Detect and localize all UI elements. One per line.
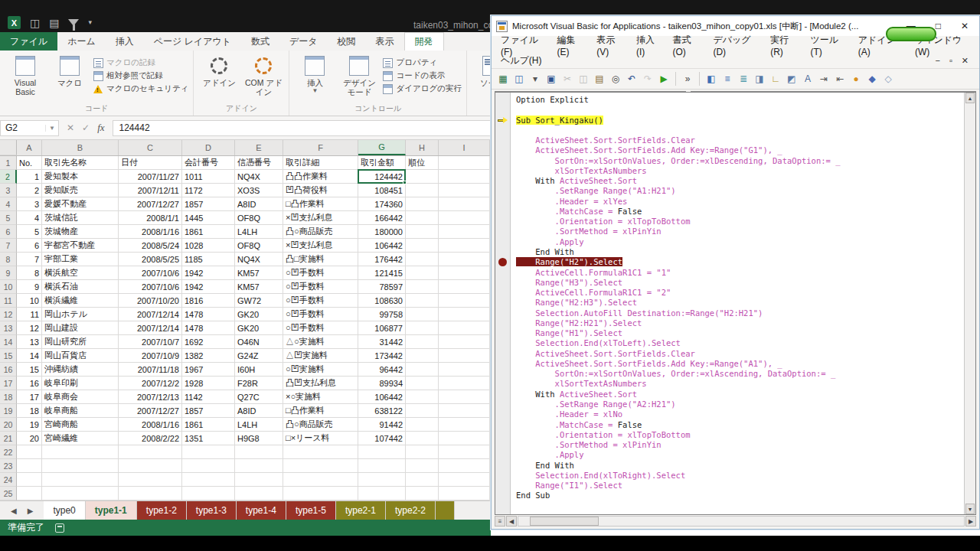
- sheet-tab-type1-1[interactable]: type1-1: [86, 501, 137, 520]
- properties-button[interactable]: プロパティ: [383, 57, 461, 68]
- code-line[interactable]: .Header = xlYes: [516, 197, 964, 207]
- code-editor[interactable]: Option Explicit Sub Sort_Kingaku() Activ…: [511, 93, 964, 514]
- mdi-restore-button[interactable]: ▫: [949, 56, 952, 66]
- cell-E12[interactable]: GK20: [235, 308, 283, 321]
- cell-D5[interactable]: 1445: [182, 211, 235, 225]
- cell-F8[interactable]: 凸□実施料: [283, 253, 358, 266]
- cell-G8[interactable]: 176442: [358, 253, 406, 266]
- ribbon-tab-データ[interactable]: データ: [279, 32, 328, 51]
- column-header-E[interactable]: E: [235, 140, 283, 155]
- cell-A12[interactable]: 11: [17, 308, 42, 321]
- cell-G15[interactable]: 173442: [358, 349, 406, 363]
- cell-C24[interactable]: [119, 473, 182, 487]
- bookmark-icon[interactable]: ◇: [881, 72, 895, 86]
- cell-I5[interactable]: [439, 211, 490, 225]
- code-line[interactable]: End With: [516, 247, 964, 257]
- run-dialog-button[interactable]: ダイアログの実行: [383, 83, 461, 94]
- fill-handle[interactable]: [403, 181, 407, 184]
- row-header-14[interactable]: 14: [0, 335, 17, 349]
- hscroll-thumb[interactable]: [530, 517, 599, 526]
- cell-B9[interactable]: 横浜航空: [42, 266, 119, 280]
- cell-H25[interactable]: [406, 487, 439, 500]
- cell-D12[interactable]: 1478: [182, 308, 235, 321]
- cell-A5[interactable]: 4: [17, 211, 42, 225]
- code-line[interactable]: Range("H3").Select: [516, 278, 964, 288]
- undo-icon[interactable]: ↶: [625, 72, 639, 86]
- cell-D16[interactable]: 1967: [182, 363, 235, 377]
- ribbon-tab-ホーム[interactable]: ホーム: [57, 32, 106, 51]
- cell-I23[interactable]: [439, 459, 490, 473]
- cell-H17[interactable]: [406, 377, 439, 390]
- sheet-tab-type0[interactable]: type0: [44, 501, 85, 520]
- margin-indicator-bar[interactable]: [495, 93, 511, 514]
- cell-F5[interactable]: ×凹支払利息: [283, 211, 358, 225]
- cell-A14[interactable]: 13: [17, 335, 42, 349]
- cell-C16[interactable]: 2007/11/18: [119, 363, 182, 377]
- cell-H20[interactable]: [406, 418, 439, 432]
- cell-E24[interactable]: [235, 473, 283, 487]
- row-header-2[interactable]: 2: [0, 170, 17, 184]
- cell-F15[interactable]: △凹実施料: [283, 349, 358, 363]
- cell-H24[interactable]: [406, 473, 439, 487]
- cell-B20[interactable]: 宮崎商船: [42, 418, 119, 432]
- cell-H19[interactable]: [406, 404, 439, 418]
- code-line[interactable]: Selection.End(xlToLeft).Select: [516, 338, 964, 348]
- cell-H10[interactable]: [406, 280, 439, 294]
- select-all-corner[interactable]: [0, 140, 17, 155]
- cell-A4[interactable]: 3: [17, 197, 42, 211]
- row-header-10[interactable]: 10: [0, 280, 17, 294]
- cell-B1[interactable]: 取引先名称: [42, 156, 119, 170]
- record-macro-button[interactable]: マクロの記録: [93, 57, 188, 68]
- run-icon[interactable]: ▶: [657, 72, 671, 86]
- sheet-tab-type2-1[interactable]: type2-1: [336, 501, 386, 520]
- cell-B18[interactable]: 岐阜商会: [42, 390, 119, 404]
- code-line[interactable]: ActiveCell.FormulaR1C1 = "1": [516, 268, 964, 278]
- row-header-1[interactable]: 1: [0, 156, 17, 170]
- cell-G12[interactable]: 99758: [358, 308, 406, 321]
- cell-I24[interactable]: [439, 473, 490, 487]
- cell-G22[interactable]: [358, 445, 406, 459]
- cell-G17[interactable]: 89934: [358, 377, 406, 390]
- cell-C11[interactable]: 2007/10/20: [119, 294, 182, 308]
- cell-B7[interactable]: 宇都宮不動産: [42, 239, 119, 253]
- cell-G19[interactable]: 638122: [358, 404, 406, 418]
- cell-E16[interactable]: I60H: [235, 363, 283, 377]
- cell-C2[interactable]: 2007/11/27: [119, 170, 182, 184]
- cell-D25[interactable]: [182, 487, 235, 500]
- cell-B21[interactable]: 宮崎繊維: [42, 432, 119, 445]
- cell-B11[interactable]: 横浜繊維: [42, 294, 119, 308]
- cell-A2[interactable]: 1: [17, 170, 42, 184]
- cell-F20[interactable]: 凸○商品販売: [283, 418, 358, 432]
- cell-E21[interactable]: H9G8: [235, 432, 283, 445]
- cell-B17[interactable]: 岐阜印刷: [42, 377, 119, 390]
- cell-H8[interactable]: [406, 253, 439, 266]
- cell-A25[interactable]: [17, 487, 42, 500]
- cell-I7[interactable]: [439, 239, 490, 253]
- row-header-5[interactable]: 5: [0, 211, 17, 225]
- code-line[interactable]: Range("I1").Select: [516, 481, 964, 491]
- code-line[interactable]: Selection.AutoFill Destination:=Range("H…: [516, 308, 964, 318]
- cell-I10[interactable]: [439, 280, 490, 294]
- row-header-13[interactable]: 13: [0, 321, 17, 335]
- selected-cell-G2[interactable]: [358, 169, 406, 184]
- macro-record-icon[interactable]: [55, 523, 64, 533]
- cell-H16[interactable]: [406, 363, 439, 377]
- column-header-H[interactable]: H: [406, 140, 439, 155]
- cell-C25[interactable]: [119, 487, 182, 500]
- cell-A13[interactable]: 12: [17, 321, 42, 335]
- code-line[interactable]: Range("H2").Select: [516, 257, 964, 267]
- cell-B12[interactable]: 岡山ホテル: [42, 308, 119, 321]
- cell-H7[interactable]: [406, 239, 439, 253]
- code-line[interactable]: Range("H2:H21").Select: [516, 318, 964, 328]
- row-header-3[interactable]: 3: [0, 184, 17, 197]
- macro-button[interactable]: マクロ: [49, 54, 90, 103]
- cell-E10[interactable]: KM57: [235, 280, 283, 294]
- cell-F25[interactable]: [283, 487, 358, 500]
- code-line[interactable]: With ActiveSheet.Sort: [516, 176, 964, 186]
- row-header-15[interactable]: 15: [0, 349, 17, 363]
- code-line[interactable]: .Apply: [516, 237, 964, 247]
- cell-D21[interactable]: 1351: [182, 432, 235, 445]
- code-line[interactable]: ActiveSheet.Sort.SortFields.Clear: [516, 135, 964, 145]
- column-header-F[interactable]: F: [283, 140, 358, 155]
- sort-az-icon[interactable]: A: [801, 72, 815, 86]
